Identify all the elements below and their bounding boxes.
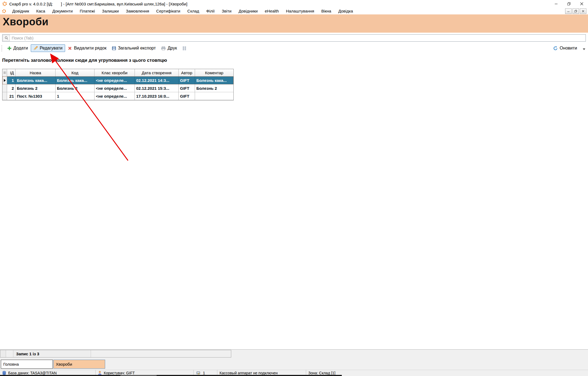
statusbar-cash-status: Кассовый аппарат не подключен [220,371,278,375]
row-gutter [2,84,7,92]
mdi-restore-button[interactable] [572,8,579,14]
tab-home[interactable]: Головна [1,360,53,369]
column-header-class[interactable]: Клас хвороби [95,69,135,76]
cell-name[interactable]: Пост. №1303 [16,92,56,100]
cell-class[interactable]: <не определе... [95,92,135,100]
minimize-icon [555,2,558,5]
cell-created[interactable]: 02.12.2021 14:3... [135,76,179,84]
cell-author[interactable]: GIFT [179,76,195,84]
taskbar-strip [0,375,342,376]
print-button[interactable]: Друк [159,44,180,52]
table-row[interactable]: 21 Пост. №1303 1 <не определе... 17.10.2… [2,92,233,100]
menu-platezhi[interactable]: Платежі [76,9,99,13]
cell-id[interactable]: 1 [7,76,16,84]
menu-zalyshky[interactable]: Залишки [99,9,123,13]
menu-ehealth[interactable]: eHealth [261,9,282,13]
column-header-comment[interactable]: Коментар [195,69,233,76]
cell-code[interactable]: 1 [56,92,95,100]
cell-comment[interactable]: Болезнь кака... [195,76,233,84]
mdi-close-icon [582,10,584,13]
toolbar-grip[interactable] [1,45,2,51]
menu-sklad[interactable]: Склад [184,9,203,13]
minimize-button[interactable] [550,0,562,8]
table-row[interactable]: 2 Болезнь 2 Болезнь 2 <не определе... 02… [2,84,233,92]
search-row [0,33,588,43]
diseases-table: ІД Назва Код Клас хвороби Дата створення… [2,69,234,100]
add-button[interactable]: Додати [5,44,31,52]
statusbar-user: Користувач: GIFT [104,371,135,375]
row-indicator-icon [2,76,7,84]
mdi-close-button[interactable] [580,8,586,14]
cell-id[interactable]: 2 [7,84,16,92]
mdi-minimize-button[interactable] [565,8,572,14]
column-header-name[interactable]: Назва [16,69,56,76]
delete-row-button[interactable]: Видалити рядок [65,44,109,52]
cell-name[interactable]: Болезнь 2 [16,84,56,92]
add-icon [7,46,11,50]
cell-id[interactable]: 21 [7,92,16,100]
menu-zvity[interactable]: Звіти [218,9,235,13]
menu-sertyfikaty[interactable]: Сертифікати [153,9,184,13]
cell-code[interactable]: Болезнь кака... [56,76,95,84]
cell-author[interactable]: GIFT [179,92,195,100]
edit-label: Редагувати [40,46,63,51]
cell-comment[interactable] [195,92,233,100]
edit-icon [33,46,38,50]
refresh-button[interactable]: Оновити [550,44,580,52]
annotation-arrow [0,0,588,376]
tab-diseases[interactable]: Хвороби [53,360,105,369]
page-header: Хвороби [0,14,588,33]
cell-class[interactable]: <не определе... [95,84,135,92]
cell-name[interactable]: Болезнь кака... [16,76,56,84]
user-icon [98,371,102,375]
search-icon [5,36,8,40]
edit-button[interactable]: Редагувати [31,44,65,52]
restore-button[interactable] [562,0,575,8]
grid-grip-icon[interactable] [2,69,7,76]
column-chooser-button[interactable] [180,45,189,52]
record-navigator-gutter [0,350,6,357]
export-icon [112,46,116,50]
cell-code[interactable]: Болезнь 2 [56,84,95,92]
cell-class[interactable]: <не определе... [95,76,135,84]
table-row[interactable]: 1 Болезнь кака... Болезнь кака... <не оп… [2,76,233,84]
menu-nalashtuvannia[interactable]: Налаштування [282,9,318,13]
column-header-created[interactable]: Дата створення [135,69,179,76]
dropdown-caret-icon[interactable] [583,48,585,50]
column-header-code[interactable]: Код [56,69,95,76]
menu-dokumenty[interactable]: Документи [49,9,76,13]
menu-zamovlennia[interactable]: Замовлення [122,9,153,13]
menu-kasa[interactable]: Каса [33,9,49,13]
statusbar-cash-count: 1 [203,371,205,375]
column-header-id[interactable]: ІД [7,69,16,76]
close-button[interactable] [575,0,588,8]
cell-created[interactable]: 17.10.2023 16:0... [135,92,179,100]
app-window: Скарб pro v. 4.0.0.2 [ІД: ] - [Апт №003 … [0,0,588,376]
taskbar-strip-segment [120,375,157,376]
menu-dovidka[interactable]: Довідка [335,9,357,13]
page-title: Хвороби [3,16,48,28]
cell-created[interactable]: 02.12.2021 15:3... [135,84,179,92]
table-header-row: ІД Назва Код Клас хвороби Дата створення… [2,69,233,76]
search-box [2,34,586,42]
cashier-icon [196,371,201,375]
group-by-hint: Перетягніть заголовок колонки сюди для у… [2,58,167,63]
close-icon [580,2,583,5]
cell-comment[interactable]: Болезнь 2 [195,84,233,92]
delete-icon [68,46,72,50]
search-icon-box [3,35,10,41]
mdi-minimize-icon [567,10,570,13]
menu-dovidnyk[interactable]: Довідник [9,9,33,13]
print-icon [161,46,166,50]
search-input[interactable] [10,35,586,41]
app-icon [2,2,7,6]
row-gutter [2,92,7,100]
cell-author[interactable]: GIFT [179,84,195,92]
menu-vikna[interactable]: Вікна [318,9,335,13]
menu-dovidnyky[interactable]: Довідники [235,9,261,13]
statusbar-database: База даних: TASA3@TITAN [8,371,57,375]
menu-filii[interactable]: Філії [203,9,218,13]
window-title: Скарб pro v. 4.0.0.2 [ІД: ] - [Апт №003 … [9,2,187,6]
column-header-author[interactable]: Автор [179,69,195,76]
export-button[interactable]: Загальний експорт [109,44,159,52]
